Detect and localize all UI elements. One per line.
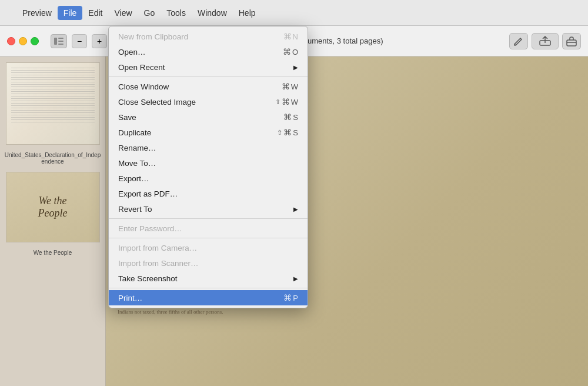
dropdown-overlay: New from Clipboard ⌘N Open… ⌘O Open Rece… bbox=[0, 0, 588, 386]
menu-item-import-scanner-label: Import from Scanner… bbox=[118, 259, 199, 268]
menu-item-close-selected[interactable]: Close Selected Image ⇧⌘W bbox=[109, 94, 308, 109]
menu-item-new-clipboard-shortcut: ⌘N bbox=[283, 32, 298, 41]
menu-item-print-shortcut: ⌘P bbox=[283, 293, 298, 302]
menu-item-close-window[interactable]: Close Window ⌘W bbox=[109, 79, 308, 94]
menu-item-move-to[interactable]: Move To… bbox=[109, 155, 308, 171]
menu-item-rename-label: Rename… bbox=[118, 144, 156, 152]
menu-item-print-label: Print… bbox=[118, 294, 142, 302]
menu-item-close-selected-shortcut: ⇧⌘W bbox=[275, 97, 298, 107]
menu-item-rename[interactable]: Rename… bbox=[109, 140, 308, 155]
menu-item-screenshot[interactable]: Take Screenshot bbox=[109, 271, 308, 286]
menu-item-duplicate-shortcut: ⇧⌘S bbox=[277, 128, 298, 137]
separator-1 bbox=[109, 76, 308, 77]
menu-item-screenshot-label: Take Screenshot bbox=[118, 274, 178, 283]
menu-item-export-pdf-label: Export as PDF… bbox=[118, 189, 178, 198]
menu-item-import-camera[interactable]: Import from Camera… bbox=[109, 240, 308, 255]
menu-item-open[interactable]: Open… ⌘O bbox=[109, 44, 308, 59]
menu-item-export-pdf[interactable]: Export as PDF… bbox=[109, 186, 308, 201]
menu-item-duplicate[interactable]: Duplicate ⇧⌘S bbox=[109, 125, 308, 140]
menu-item-export-label: Export… bbox=[118, 174, 149, 183]
menu-item-open-recent-label: Open Recent bbox=[118, 63, 165, 72]
separator-4 bbox=[109, 288, 308, 288]
menu-item-open-label: Open… bbox=[118, 48, 146, 56]
menu-item-print[interactable]: Print… ⌘P bbox=[109, 290, 308, 305]
menu-item-save-label: Save bbox=[118, 113, 136, 122]
file-menu: New from Clipboard ⌘N Open… ⌘O Open Rece… bbox=[108, 26, 308, 308]
separator-3 bbox=[109, 238, 308, 238]
menu-item-revert-to[interactable]: Revert To bbox=[109, 201, 308, 217]
menu-item-close-window-shortcut: ⌘W bbox=[282, 82, 298, 91]
menu-item-close-selected-label: Close Selected Image bbox=[118, 98, 196, 107]
menu-item-open-recent[interactable]: Open Recent bbox=[109, 59, 308, 75]
separator-2 bbox=[109, 218, 308, 219]
menu-item-import-camera-label: Import from Camera… bbox=[118, 244, 197, 252]
menu-item-enter-password[interactable]: Enter Password… bbox=[109, 221, 308, 236]
menu-item-save[interactable]: Save ⌘S bbox=[109, 109, 308, 125]
menu-item-new-clipboard[interactable]: New from Clipboard ⌘N bbox=[109, 29, 308, 44]
menu-item-move-to-label: Move To… bbox=[118, 159, 156, 168]
menu-item-enter-password-label: Enter Password… bbox=[118, 224, 182, 233]
menu-item-close-window-label: Close Window bbox=[118, 82, 169, 91]
menu-item-import-scanner[interactable]: Import from Scanner… bbox=[109, 255, 308, 271]
menu-item-duplicate-label: Duplicate bbox=[118, 128, 151, 137]
menu-item-export[interactable]: Export… bbox=[109, 171, 308, 186]
menu-item-open-shortcut: ⌘O bbox=[283, 47, 298, 56]
menu-item-new-clipboard-label: New from Clipboard bbox=[118, 32, 188, 41]
menu-item-revert-to-label: Revert To bbox=[118, 205, 152, 214]
menu-item-save-shortcut: ⌘S bbox=[283, 112, 298, 122]
